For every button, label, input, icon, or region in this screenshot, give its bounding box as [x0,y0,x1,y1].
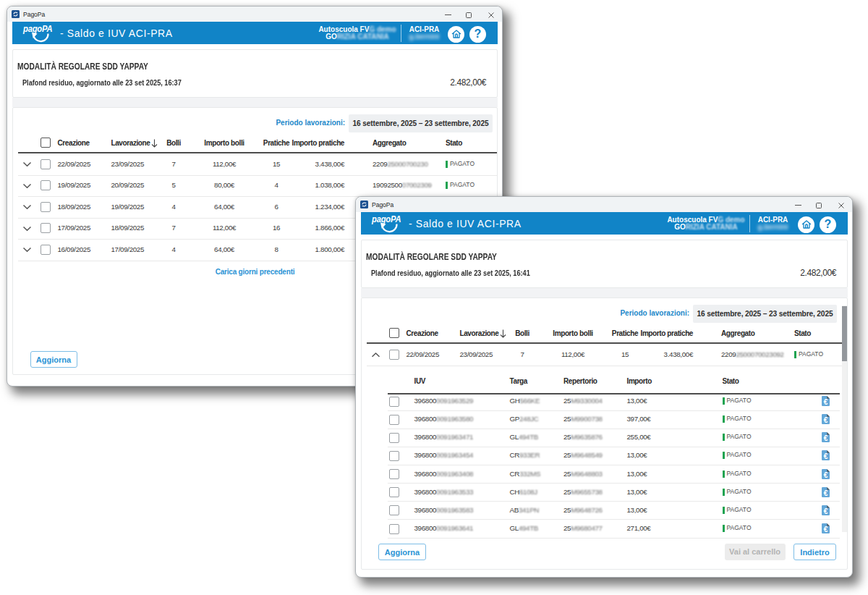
svg-text:€: € [824,507,828,515]
svg-text:€: € [824,416,828,424]
svg-text:€: € [824,489,828,497]
svg-text:€: € [824,452,828,460]
svg-text:pagoPA: pagoPA [371,214,401,224]
svg-text:€: € [824,434,828,442]
svg-text:€: € [824,398,828,406]
svg-text:pagoPA: pagoPA [22,23,52,34]
svg-text:€: € [824,470,828,478]
svg-text:€: € [824,526,828,533]
